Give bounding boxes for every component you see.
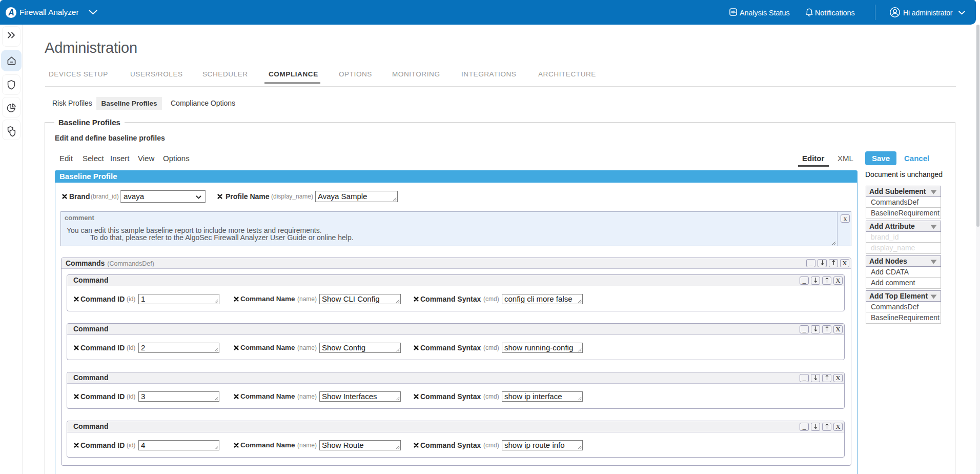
- svg-text:A: A: [8, 8, 14, 17]
